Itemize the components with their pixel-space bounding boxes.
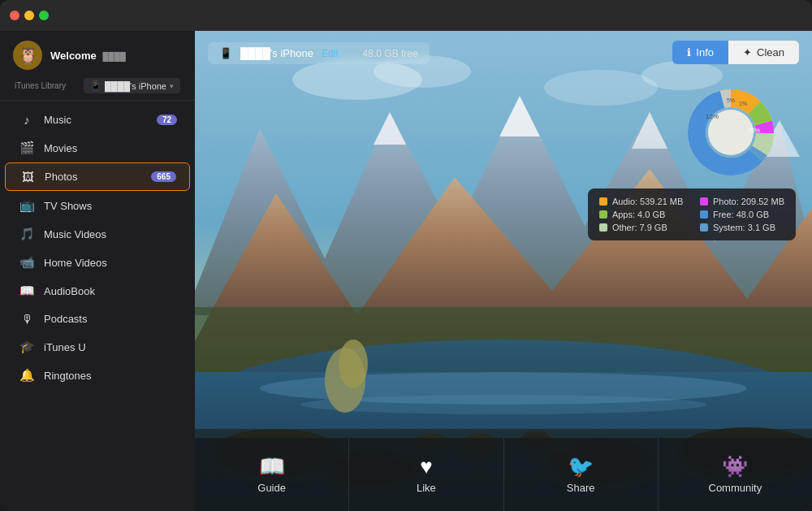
sidebar-item-tv-shows[interactable]: 📺TV Shows — [5, 192, 190, 219]
main-content: 🦉 Welcome ████ iTunes Library 📱 ████'s i… — [0, 31, 812, 511]
legend-item-audio: Audio: 539.21 MB — [599, 197, 684, 206]
profile-row: 🦉 Welcome ████ — [13, 41, 182, 70]
legend-dot-audio — [599, 197, 607, 206]
action-item-like[interactable]: ♥Like — [349, 438, 503, 511]
device-selector[interactable]: 📱 ████'s iPhone ▾ — [84, 78, 180, 93]
sidebar-item-movies[interactable]: 🎬Movies — [5, 134, 190, 162]
ringtones-icon: 🔔 — [18, 368, 36, 383]
legend-dot-apps — [599, 210, 607, 219]
share-label: Share — [567, 482, 595, 494]
donut-chart: 12% 5% 1% 75% — [666, 80, 796, 185]
like-label: Like — [417, 482, 436, 494]
movies-icon: 🎬 — [18, 141, 36, 155]
sidebar-item-music-videos[interactable]: 🎵Music Videos — [5, 220, 190, 248]
guide-label: Guide — [257, 482, 286, 494]
clean-label: Clean — [757, 46, 784, 58]
minimize-button[interactable] — [24, 11, 34, 20]
storage-info: 48.0 GB free — [363, 48, 418, 59]
legend-item-photo: Photo: 209.52 MB — [700, 197, 784, 206]
home-videos-icon: 📹 — [18, 255, 36, 270]
svg-text:75%: 75% — [747, 127, 760, 134]
music-icon: ♪ — [18, 113, 36, 127]
app-window: 🦉 Welcome ████ iTunes Library 📱 ████'s i… — [0, 0, 812, 511]
profile-info: Welcome ████ — [50, 50, 126, 62]
community-label: Community — [709, 482, 762, 494]
photos-badge: 665 — [151, 171, 176, 182]
legend-text-audio: Audio: 539.21 MB — [612, 197, 683, 206]
sidebar-item-audiobook[interactable]: 📖AudioBook — [5, 277, 190, 305]
sidebar-item-ringtones[interactable]: 🔔Ringtones — [5, 362, 190, 389]
music-label: Music — [44, 114, 157, 126]
action-item-guide[interactable]: 📖Guide — [195, 438, 349, 511]
like-icon: ♥ — [420, 456, 432, 477]
avatar: 🦉 — [13, 41, 42, 70]
legend-dot-system — [700, 223, 708, 232]
device-info-bar: 📱 ████'s iPhone Edit 48.0 GB free — [208, 42, 430, 64]
music-badge: 72 — [157, 115, 177, 125]
info-label: Info — [696, 46, 714, 58]
home-videos-label: Home Videos — [44, 257, 177, 269]
info-button[interactable]: ℹ Info — [672, 41, 728, 64]
sidebar-header: 🦉 Welcome ████ iTunes Library 📱 ████'s i… — [0, 31, 195, 101]
audiobook-icon: 📖 — [18, 284, 36, 298]
tv-shows-label: TV Shows — [44, 200, 177, 212]
legend-item-system: System: 3.1 GB — [700, 223, 784, 232]
legend-text-photo: Photo: 209.52 MB — [713, 197, 784, 206]
title-bar — [0, 0, 812, 31]
photos-label: Photos — [45, 171, 151, 183]
legend-item-free: Free: 48.0 GB — [700, 210, 784, 219]
ringtones-label: Ringtones — [44, 370, 177, 382]
action-item-community[interactable]: 👾Community — [659, 438, 812, 511]
legend-dot-other — [599, 223, 607, 232]
clean-icon: ✦ — [743, 46, 752, 58]
legend-text-apps: Apps: 4.0 GB — [612, 210, 665, 219]
welcome-text: Welcome ████ — [50, 50, 126, 62]
sidebar-item-music[interactable]: ♪Music72 — [5, 106, 190, 133]
svg-text:1%: 1% — [739, 101, 747, 106]
legend-item-other: Other: 7.9 GB — [599, 223, 684, 232]
top-toolbar: ℹ Info ✦ Clean — [672, 41, 799, 64]
right-panel: ℹ Info ✦ Clean 📱 ████'s iPhone Edit 48.0… — [195, 31, 812, 511]
device-phone-mini-icon: 📱 — [219, 47, 232, 59]
info-icon: ℹ — [687, 46, 691, 58]
sidebar-item-home-videos[interactable]: 📹Home Videos — [5, 249, 190, 276]
traffic-lights — [10, 11, 49, 20]
legend-item-apps: Apps: 4.0 GB — [599, 210, 684, 219]
music-videos-label: Music Videos — [44, 228, 177, 240]
edit-device-button[interactable]: Edit — [322, 48, 339, 59]
legend-dot-free — [700, 210, 708, 219]
itunes-library-label: iTunes Library — [15, 81, 66, 90]
legend-text-free: Free: 48.0 GB — [713, 210, 769, 219]
device-info-name: ████'s iPhone — [240, 47, 313, 59]
audiobook-label: AudioBook — [44, 285, 177, 297]
legend-text-other: Other: 7.9 GB — [612, 223, 667, 232]
itunes-u-label: iTunes U — [44, 341, 177, 353]
chart-container: 12% 5% 1% 75% Audio: 539.21 MBPhoto: 209… — [588, 80, 796, 240]
community-icon: 👾 — [722, 456, 748, 477]
sidebar-item-podcasts[interactable]: 🎙Podcasts — [5, 305, 190, 332]
phone-icon: 📱 — [90, 80, 102, 91]
podcasts-icon: 🎙 — [18, 312, 36, 326]
movies-label: Movies — [44, 142, 177, 154]
bottom-actions: 📖Guide♥Like🐦Share👾Community — [195, 438, 812, 511]
music-videos-icon: 🎵 — [18, 227, 36, 241]
itunes-u-icon: 🎓 — [18, 340, 36, 354]
action-item-share[interactable]: 🐦Share — [504, 438, 659, 511]
device-row: iTunes Library 📱 ████'s iPhone ▾ — [13, 78, 182, 93]
legend-dot-photo — [700, 197, 708, 206]
device-name: ████'s iPhone — [105, 81, 166, 91]
svg-text:5%: 5% — [727, 97, 735, 103]
svg-point-25 — [339, 340, 368, 388]
nav-list: ♪Music72🎬Movies🖼Photos665📺TV Shows🎵Music… — [0, 101, 195, 511]
podcasts-label: Podcasts — [44, 313, 177, 325]
share-icon: 🐦 — [568, 456, 594, 477]
photos-icon: 🖼 — [19, 170, 37, 184]
maximize-button[interactable] — [39, 11, 49, 20]
close-button[interactable] — [10, 11, 19, 20]
svg-text:12%: 12% — [706, 113, 719, 120]
clean-button[interactable]: ✦ Clean — [728, 41, 799, 64]
guide-icon: 📖 — [259, 456, 285, 477]
sidebar-item-itunes-u[interactable]: 🎓iTunes U — [5, 333, 190, 361]
legend-text-system: System: 3.1 GB — [713, 223, 775, 232]
sidebar-item-photos[interactable]: 🖼Photos665 — [5, 162, 190, 191]
